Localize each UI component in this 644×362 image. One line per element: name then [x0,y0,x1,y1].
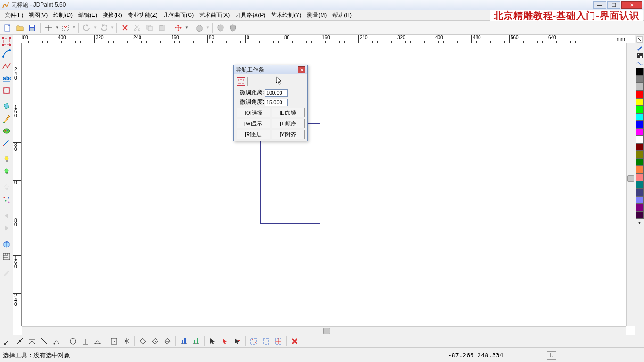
snap-circle-icon[interactable] [67,336,79,347]
nav-btn-select[interactable]: [Q]选择 [237,108,270,117]
menu-help[interactable]: 帮助(H) [330,10,355,20]
crosshair-icon[interactable] [43,22,54,33]
color-swatch-19[interactable] [636,211,644,219]
nav-btn-layer[interactable]: [R]图层 [237,130,270,139]
menu-art-draw[interactable]: 艺术绘制(Y) [268,10,304,20]
vertical-scrollbar[interactable] [626,43,635,326]
nav-panel-titlebar[interactable]: 导航工作条 ✕ [234,65,307,74]
shield2-icon[interactable] [227,22,239,33]
save-file-icon[interactable] [26,22,38,33]
snap-axis-icon[interactable] [121,336,132,347]
snap-endpoint-icon[interactable] [2,336,13,347]
swatch-more-icon[interactable]: ▼ [636,219,644,227]
horizontal-scrollbar[interactable] [22,326,626,335]
text-tool-icon[interactable]: abc [1,73,12,84]
shape-tool-icon[interactable] [1,85,12,96]
menu-measure[interactable]: 测量(M) [304,10,330,20]
color-swatch-1[interactable] [636,75,644,83]
selection-tool-icon[interactable] [1,36,12,47]
copy-icon[interactable] [144,22,155,33]
scrollbar-thumb[interactable] [627,175,634,182]
grid-icon[interactable] [1,251,12,262]
cancel-icon[interactable] [289,336,300,347]
select-rect-icon[interactable] [60,22,71,33]
pencil-icon[interactable] [636,44,644,51]
menu-art-surface[interactable]: 艺术曲面(X) [197,10,232,20]
region3-icon[interactable] [272,336,284,347]
color-swatch-3[interactable] [636,90,644,98]
nav-selection-icon[interactable] [237,77,245,86]
canvas[interactable] [22,43,626,326]
region1-icon[interactable] [248,336,259,347]
diamond3-icon[interactable] [162,336,173,347]
color-swatch-18[interactable] [636,204,644,211]
paste-icon[interactable] [156,22,167,33]
pointer-red-icon[interactable] [219,336,231,347]
color-swatch-15[interactable] [636,181,644,189]
move-icon[interactable] [173,22,184,33]
pattern-icon[interactable] [636,52,644,59]
align-h-icon[interactable] [178,336,190,347]
snap-perp-icon[interactable] [80,336,91,347]
color-swatch-10[interactable] [636,143,644,151]
snap-midpoint-icon[interactable] [14,336,25,347]
color-swatch-7[interactable] [636,121,644,128]
shield1-icon[interactable] [215,22,226,33]
close-button[interactable]: ✕ [621,1,642,9]
nav-btn-order[interactable]: [T]顺序 [272,119,305,128]
color-tool-icon[interactable] [1,125,12,137]
wave-icon[interactable] [636,60,644,67]
color-swatch-2[interactable] [636,83,644,90]
diamond1-icon[interactable] [137,336,149,347]
color-swatch-0[interactable] [636,68,644,75]
node-edit-icon[interactable] [1,48,12,59]
pointer-x-icon[interactable] [231,336,243,347]
scatter-icon[interactable] [1,194,12,206]
nav-distance-input[interactable] [265,89,288,97]
dropdown-icon[interactable]: ▼ [55,22,59,33]
menu-edit[interactable]: 编辑(E) [75,10,100,20]
brush-tool-icon[interactable] [1,113,12,124]
snap-grid-icon[interactable] [108,336,120,347]
open-file-icon[interactable] [14,22,25,33]
undo-icon[interactable] [81,22,92,33]
swatch-close-icon[interactable] [636,36,644,43]
redo-icon[interactable] [98,22,109,33]
navigation-panel[interactable]: 导航工作条 ✕ 微调距离: 微调角度: [Q]选择 [E]加锁 [W]显示 [T… [233,65,308,141]
dropdown-icon[interactable]: ▼ [72,22,76,33]
minimize-button[interactable]: — [593,1,606,9]
fill-tool-icon[interactable] [1,101,12,112]
measure-tool-icon[interactable] [1,138,12,149]
arrow-right-icon[interactable] [1,222,12,234]
region2-icon[interactable] [260,336,272,347]
new-file-icon[interactable] [2,22,13,33]
align-v-icon[interactable] [190,336,202,347]
color-swatch-12[interactable] [636,158,644,166]
dropdown-icon[interactable]: ▼ [93,22,97,33]
menu-transform[interactable]: 变换(R) [100,10,125,20]
color-swatch-13[interactable] [636,166,644,173]
nav-angle-input[interactable] [265,99,288,106]
polyline-icon[interactable] [1,60,12,72]
arrow-left-icon[interactable] [1,210,12,222]
bulb-on-icon[interactable] [1,154,12,165]
delete-icon[interactable] [119,22,131,33]
maximize-button[interactable]: ❐ [607,1,620,9]
cut-icon[interactable] [132,22,143,33]
color-swatch-4[interactable] [636,98,644,106]
snap-quad-icon[interactable] [92,336,103,347]
menu-professional[interactable]: 专业功能(Z) [125,10,160,20]
cube3d-icon[interactable] [1,239,12,250]
dropdown-icon[interactable]: ▼ [185,22,189,33]
snap-tangent-icon[interactable] [26,336,38,347]
nav-close-button[interactable]: ✕ [298,66,305,73]
bulb-off-icon[interactable] [1,182,12,193]
nav-btn-lock[interactable]: [E]加锁 [272,108,305,117]
dropdown-icon[interactable]: ▼ [206,22,210,33]
scrollbar-thumb[interactable] [323,328,330,334]
shape3d-icon[interactable] [194,22,205,33]
menu-file[interactable]: 文件(F) [2,10,26,20]
color-swatch-16[interactable] [636,189,644,196]
menu-geom-surface[interactable]: 几何曲面(G) [160,10,197,20]
bulb-green-icon[interactable] [1,166,12,177]
